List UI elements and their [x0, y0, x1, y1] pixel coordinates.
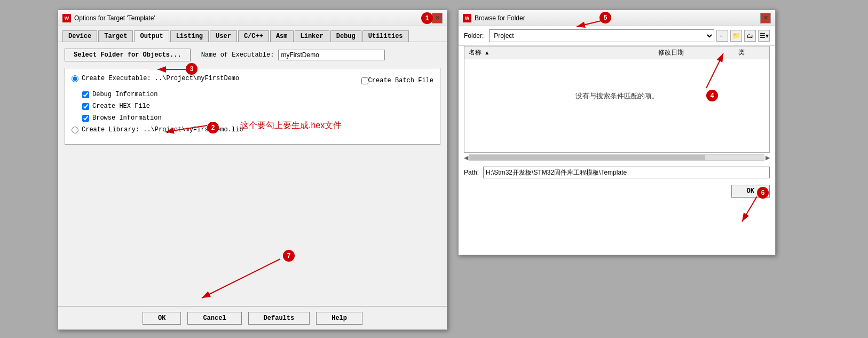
col-type: 类	[738, 48, 765, 57]
options-box: Create Executable: ..\Project\myFirstDem…	[65, 68, 440, 145]
annotation-6: 6	[757, 187, 769, 199]
folder-dropdown[interactable]: Project	[489, 29, 714, 42]
create-lib-radio[interactable]	[72, 127, 78, 133]
app-icon: W	[62, 14, 71, 22]
scroll-area: ◀ ▶	[459, 153, 775, 162]
right-dialog-title: Browse for Folder	[475, 14, 760, 22]
create-hex-row: Create HEX File	[72, 103, 433, 110]
tab-debug[interactable]: Debug	[330, 30, 361, 42]
annotation-3: 3	[186, 63, 198, 75]
path-input[interactable]	[483, 167, 770, 178]
dialog-footer: OK Cancel Defaults Help	[58, 306, 447, 329]
folder-label: Folder:	[464, 32, 484, 40]
annotation-4: 4	[706, 90, 718, 101]
nav-new-folder-icon[interactable]: 🗂	[744, 30, 756, 42]
exe-name-input[interactable]	[278, 50, 385, 60]
browse-info-checkbox[interactable]	[82, 115, 89, 122]
tab-output[interactable]: Output	[134, 30, 169, 42]
debug-info-row: Debug Information	[72, 91, 433, 98]
select-folder-row: Select Folder for Objects... Name of Exe…	[65, 49, 440, 61]
file-list-area: 名称 ▲ 修改日期 类 没有与搜索条件匹配的项。	[464, 46, 770, 153]
annotation-1: 1	[421, 12, 433, 24]
right-footer: OK	[459, 183, 775, 202]
nav-folder-icon[interactable]: 📁	[730, 30, 742, 42]
dialog-content: Select Folder for Objects... Name of Exe…	[58, 42, 447, 158]
create-hex-checkbox[interactable]	[82, 103, 89, 110]
create-batch-label: Create Batch File	[368, 77, 433, 84]
defaults-button[interactable]: Defaults	[248, 312, 310, 325]
col-name: 名称 ▲	[469, 48, 658, 57]
tabs-bar: Device Target Output Listing User C/C++ …	[58, 26, 447, 42]
option-row-top: Create Executable: ..\Project\myFirstDem…	[72, 75, 433, 87]
horizontal-scrollbar[interactable]	[469, 154, 764, 161]
cancel-button[interactable]: Cancel	[187, 312, 241, 325]
sort-arrow: ▲	[484, 50, 490, 56]
path-row: Path:	[459, 162, 775, 183]
help-button[interactable]: Help	[316, 312, 362, 325]
tab-asm[interactable]: Asm	[270, 30, 294, 42]
right-dialog-close[interactable]: ✕	[760, 13, 771, 23]
annotation-5: 5	[599, 12, 611, 23]
annotation-7: 7	[283, 250, 295, 262]
scroll-right-arrow[interactable]: ▶	[766, 154, 770, 161]
ok-button[interactable]: OK	[143, 312, 181, 325]
exe-name-label: Name of Executable:	[201, 51, 274, 59]
right-app-icon: W	[463, 14, 471, 22]
nav-view-icon[interactable]: ☰▾	[758, 30, 770, 42]
create-exe-row: Create Executable: ..\Project\myFirstDem…	[72, 75, 239, 82]
right-dialog-titlebar: W Browse for Folder ✕	[459, 10, 775, 26]
annotation-text-hex: 这个要勾上要生成.hex文件	[240, 120, 342, 131]
create-exe-radio[interactable]	[72, 75, 78, 82]
file-list-header: 名称 ▲ 修改日期 类	[464, 46, 769, 59]
debug-info-label: Debug Information	[92, 91, 157, 98]
path-label: Path:	[464, 169, 479, 176]
debug-info-checkbox[interactable]	[82, 91, 89, 98]
left-dialog: W Options for Target 'Template' 1 ✕ Devi…	[58, 10, 447, 330]
exe-name-row: Name of Executable:	[201, 50, 385, 60]
scrollbar-thumb	[470, 155, 705, 160]
left-dialog-title: Options for Target 'Template'	[74, 14, 432, 22]
annotation-2: 2	[207, 122, 219, 133]
right-dialog: W Browse for Folder ✕ Folder: Project ← …	[458, 10, 776, 255]
create-exe-label: Create Executable: ..\Project\myFirstDem…	[82, 75, 239, 82]
tab-cpp[interactable]: C/C++	[238, 30, 269, 42]
tab-target[interactable]: Target	[98, 30, 133, 42]
nav-back-icon[interactable]: ←	[716, 30, 728, 42]
col-date: 修改日期	[658, 48, 738, 57]
tab-device[interactable]: Device	[62, 30, 97, 42]
file-list-empty: 没有与搜索条件匹配的项。	[464, 59, 769, 133]
tab-linker[interactable]: Linker	[295, 30, 329, 42]
create-batch-checkbox[interactable]	[361, 77, 368, 84]
browse-info-label: Browse Information	[92, 114, 162, 122]
scroll-left-arrow[interactable]: ◀	[464, 154, 468, 161]
create-lib-label: Create Library: ..\Project\myFirstDemo.l…	[82, 126, 243, 133]
select-folder-button[interactable]: Select Folder for Objects...	[65, 49, 191, 61]
left-dialog-close[interactable]: ✕	[432, 13, 443, 23]
left-dialog-titlebar: W Options for Target 'Template' 1 ✕	[58, 10, 447, 26]
tab-user[interactable]: User	[210, 30, 237, 42]
folder-toolbar: Folder: Project ← 📁 🗂 ☰▾	[459, 26, 775, 46]
create-hex-label: Create HEX File	[92, 103, 150, 110]
tab-utilities[interactable]: Utilities	[362, 30, 409, 42]
tab-listing[interactable]: Listing	[170, 30, 209, 42]
create-batch-row: Create Batch File	[361, 77, 433, 84]
